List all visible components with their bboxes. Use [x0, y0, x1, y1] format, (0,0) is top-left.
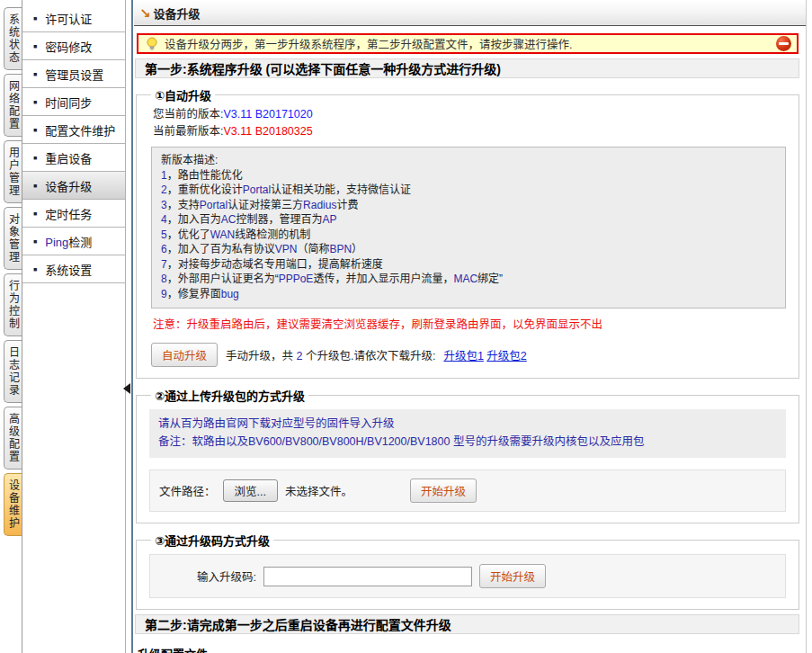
upgrade-code-label: 输入升级码: [197, 568, 256, 585]
auto-upgrade-button[interactable]: 自动升级 [151, 343, 218, 367]
release-note-line: 6，加入了百为私有协议VPN（简称BPN） [161, 242, 776, 257]
step2-header: 第二步:请完成第一步之后重启设备再进行配置文件升级 [135, 614, 799, 634]
sidebar-item-label: 设备升级 [45, 177, 92, 194]
release-note-line: 新版本描述: [161, 153, 776, 168]
file-upload-row: 文件路径： 浏览... 未选择文件。 开始升级 [149, 470, 786, 512]
sidebar-item-label: 密码修改 [45, 38, 92, 55]
upgrade-warning-note: 注意：升级重启路由后，建议需要清空浏览器缓存，刷新登录路由界面，以免界面显示不出 [153, 318, 788, 333]
sidebar-item-label: 许可认证 [45, 10, 92, 27]
vertical-tab[interactable]: 设备维护 [4, 473, 22, 536]
main-panel: 设备升级 设备升级分两步，第一步升级系统程序，第二步升级配置文件，请按步骤进行操… [134, 0, 807, 653]
sidebar-item-label: 定时任务 [45, 205, 92, 222]
sidebar-item-label: 配置文件维护 [45, 121, 115, 139]
start-code-upgrade-button[interactable]: 开始升级 [479, 564, 546, 588]
sidebar-item-label: 管理员设置 [45, 66, 103, 83]
vertical-tab[interactable]: 网络配置 [4, 74, 22, 137]
notice-text: 设备升级分两步，第一步升级系统程序，第二步升级配置文件，请按步骤进行操作. [165, 35, 572, 52]
release-note-line: 5，优化了WAN线路检测的机制 [161, 228, 776, 243]
upload-info-box: 请从百为路由官网下载对应型号的固件导入升级备注：软路由以及BV600/BV800… [149, 409, 786, 458]
page-title: 设备升级 [154, 4, 201, 22]
release-note-line: 1，路由性能优化 [161, 168, 776, 183]
config-upgrade-section: 升级配置文件 请在完成第一步之后重启设备，再进行第二步配置文件升级，配置文件升级… [135, 645, 799, 653]
bullet-icon: ■ [33, 238, 37, 245]
vertical-tab[interactable]: 行为控制 [4, 273, 22, 336]
notice-banner: 设备升级分两步，第一步升级系统程序，第二步升级配置文件，请按步骤进行操作. [137, 33, 799, 54]
dismiss-stop-icon[interactable] [776, 36, 791, 51]
sidebar-item[interactable]: ■系统设置 [22, 255, 125, 283]
sidebar-item[interactable]: ■Ping检测 [22, 228, 125, 255]
start-upload-upgrade-button[interactable]: 开始升级 [410, 479, 477, 503]
app-window: 系统状态网络配置用户管理对象管理行为控制日志记录高级配置设备维护 ■许可认证■密… [0, 0, 812, 653]
manual-upgrade-text: 手动升级，共 2 个升级包.请依次下载升级: [226, 346, 435, 363]
file-path-label: 文件路径： [159, 482, 216, 499]
upgrade-code-row: 输入升级码: 开始升级 [149, 554, 786, 598]
release-note-line: 4，加入百为AC控制器，管理百为AP [161, 212, 776, 228]
arrow-down-right-icon [139, 6, 151, 20]
upload-info-line: 备注：软路由以及BV600/BV800/BV800H/BV1200/BV1800… [158, 433, 777, 451]
auto-upgrade-section: ①自动升级 您当前的版本:V3.11 B20171020 当前最新版本:V3.1… [136, 86, 799, 379]
sidebar-item-label: Ping检测 [45, 233, 92, 250]
collapse-sidebar-icon[interactable] [123, 383, 130, 394]
release-note-line: 3，支持Portal认证对接第三方Radius计费 [161, 198, 776, 213]
current-version-line: 您当前的版本:V3.11 B20171020 [153, 107, 788, 122]
upload-upgrade-legend: ②通过上传升级包的方式升级 [151, 387, 308, 404]
sidebar-item-label: 重启设备 [45, 149, 92, 166]
current-version-value: V3.11 B20171020 [223, 108, 312, 121]
vertical-tab[interactable]: 系统状态 [4, 7, 22, 70]
code-upgrade-section: ③通过升级码方式升级 输入升级码: 开始升级 [136, 532, 799, 610]
bullet-icon: ■ [33, 266, 37, 273]
bullet-icon: ■ [33, 43, 37, 49]
bullet-icon: ■ [33, 183, 37, 189]
sidebar-item[interactable]: ■定时任务 [22, 200, 125, 228]
bullet-icon: ■ [33, 127, 37, 133]
lightbulb-icon [146, 37, 158, 51]
sidebar-item[interactable]: ■管理员设置 [22, 60, 125, 88]
current-version-label: 您当前的版本: [153, 108, 223, 121]
upgrade-package-link[interactable]: 升级包1 [443, 350, 483, 362]
vertical-tab[interactable]: 用户管理 [4, 140, 22, 203]
upload-info-line: 请从百为路由官网下载对应型号的固件导入升级 [158, 415, 777, 433]
latest-version-line: 当前最新版本:V3.11 B20180325 [153, 124, 788, 139]
upgrade-code-input[interactable] [263, 567, 472, 586]
sidebar-item[interactable]: ■重启设备 [22, 144, 125, 172]
sidebar-item[interactable]: ■时间同步 [22, 88, 125, 116]
upgrade-package-link[interactable]: 升级包2 [486, 350, 526, 362]
vertical-tab-strip: 系统状态网络配置用户管理对象管理行为控制日志记录高级配置设备维护 [0, 0, 22, 653]
bullet-icon: ■ [33, 210, 37, 217]
release-note-line: 2，重新优化设计Portal认证相关功能，支持微信认证 [161, 183, 776, 198]
sidebar-item-label: 时间同步 [45, 94, 92, 111]
divider-line [131, 0, 133, 653]
code-upgrade-legend: ③通过升级码方式升级 [151, 532, 273, 549]
panel-divider [126, 0, 134, 653]
sidebar-item[interactable]: ■许可认证 [22, 4, 125, 32]
upload-upgrade-section: ②通过上传升级包的方式升级 请从百为路由官网下载对应型号的固件导入升级备注：软路… [136, 387, 799, 523]
bullet-icon: ■ [33, 15, 37, 22]
no-file-selected-text: 未选择文件。 [285, 482, 352, 499]
latest-version-label: 当前最新版本: [153, 125, 223, 138]
sidebar-item[interactable]: ■密码修改 [22, 32, 125, 60]
release-notes-box: 新版本描述:1，路由性能优化2，重新优化设计Portal认证相关功能，支持微信认… [151, 147, 786, 309]
sidebar-menu: ■许可认证■密码修改■管理员设置■时间同步■配置文件维护■重启设备■设备升级■定… [22, 0, 126, 653]
upgrade-package-links: 升级包1 升级包2 [443, 346, 526, 363]
bullet-icon: ■ [33, 99, 37, 105]
latest-version-value: V3.11 B20180325 [223, 125, 312, 138]
step1-header: 第一步:系统程序升级 (可以选择下面任意一种升级方式进行升级) [135, 58, 799, 78]
sidebar-item[interactable]: ■设备升级 [22, 172, 125, 200]
bullet-icon: ■ [33, 155, 37, 161]
auto-upgrade-legend: ①自动升级 [151, 86, 215, 103]
bullet-icon: ■ [33, 71, 37, 77]
release-note-line: 8，外部用户认证更名为“PPPoE透传，并加入显示用户流量，MAC绑定” [161, 272, 776, 287]
config-upgrade-legend: 升级配置文件 [138, 645, 211, 653]
vertical-tab[interactable]: 日志记录 [4, 340, 22, 403]
sidebar-item[interactable]: ■配置文件维护 [22, 116, 125, 144]
sidebar-item-label: 系统设置 [45, 261, 92, 278]
browse-file-button[interactable]: 浏览... [223, 479, 278, 502]
vertical-tab[interactable]: 对象管理 [4, 207, 22, 270]
auto-upgrade-actions: 自动升级 手动升级，共 2 个升级包.请依次下载升级:升级包1 升级包2 [151, 343, 788, 367]
page-header: 设备升级 [134, 0, 806, 26]
vertical-tab[interactable]: 高级配置 [4, 407, 22, 470]
release-note-line: 9，修复界面bug [161, 287, 776, 302]
release-note-line: 7，对接每步动态域名专用端口，提高解析速度 [161, 257, 776, 273]
